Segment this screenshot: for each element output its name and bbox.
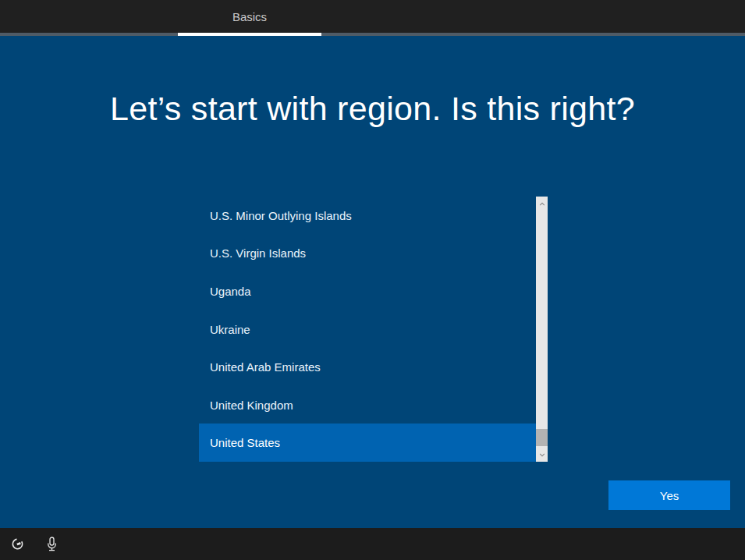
scrollbar-thumb[interactable]: [536, 429, 548, 446]
ease-of-access-icon: [11, 537, 24, 551]
list-item[interactable]: Uganda: [199, 272, 536, 310]
yes-button[interactable]: Yes: [608, 480, 730, 510]
list-item[interactable]: United States: [199, 424, 536, 462]
chevron-up-icon: [539, 201, 545, 207]
list-item[interactable]: U.S. Virgin Islands: [199, 235, 536, 273]
chevron-down-icon: [539, 452, 545, 458]
active-tab-indicator: [178, 33, 321, 36]
yes-button-label: Yes: [660, 489, 679, 502]
list-item-label: U.S. Minor Outlying Islands: [210, 209, 352, 222]
ease-of-access-button[interactable]: [1, 528, 34, 560]
list-item-label: United Kingdom: [210, 399, 293, 412]
list-item[interactable]: Ukraine: [199, 310, 536, 349]
region-list: U.S. Minor Outlying IslandsU.S. Virgin I…: [199, 197, 548, 462]
bottom-bar: [0, 528, 745, 560]
region-list-rows: U.S. Minor Outlying IslandsU.S. Virgin I…: [199, 197, 536, 462]
list-item-label: U.S. Virgin Islands: [210, 246, 306, 260]
list-item-label: Ukraine: [210, 323, 250, 336]
list-item-label: United Arab Emirates: [210, 360, 321, 374]
list-item[interactable]: U.S. Minor Outlying Islands: [199, 197, 536, 235]
scroll-down-button[interactable]: [536, 448, 548, 460]
tab-basics[interactable]: Basics: [178, 0, 321, 33]
list-item[interactable]: United Arab Emirates: [199, 348, 536, 386]
top-bar: Basics: [0, 0, 745, 33]
microphone-icon: [46, 537, 58, 552]
list-item-label: United States: [210, 436, 280, 449]
oobe-region-screen: Basics Let’s start with region. Is this …: [0, 0, 745, 560]
list-item[interactable]: United Kingdom: [199, 386, 536, 424]
tab-strip-divider: [0, 33, 745, 36]
scroll-up-button[interactable]: [536, 198, 548, 210]
scrollbar[interactable]: [536, 197, 548, 462]
microphone-button[interactable]: [35, 528, 68, 560]
list-item-label: Uganda: [210, 285, 251, 298]
tab-basics-label: Basics: [232, 10, 267, 23]
page-title: Let’s start with region. Is this right?: [0, 89, 745, 129]
